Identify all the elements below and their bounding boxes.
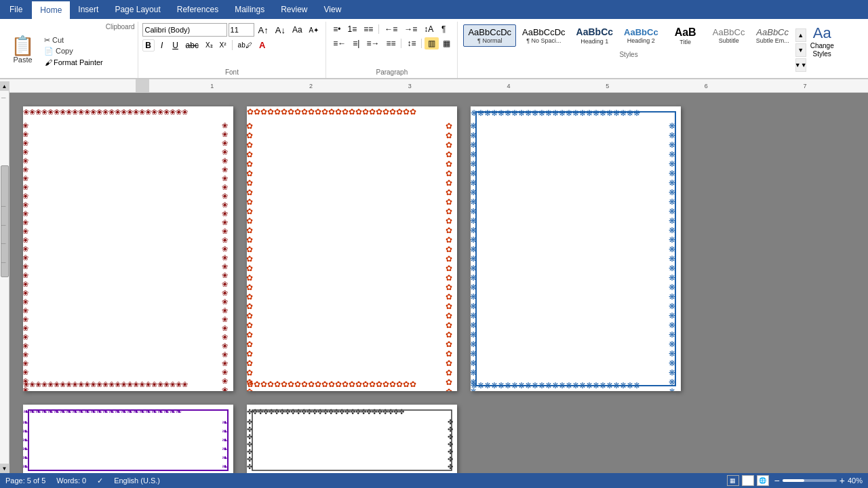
increase-indent-button[interactable]: →≡ <box>401 23 420 35</box>
zoom-level: 40% <box>848 476 863 485</box>
shrink-font-button[interactable]: A↓ <box>273 24 288 37</box>
bold-button[interactable]: B <box>142 39 155 52</box>
scroll-up-button[interactable]: ▲ <box>0 81 9 91</box>
change-styles-label: ChangeStyles <box>810 42 834 58</box>
subscript-button[interactable]: X₂ <box>203 40 216 50</box>
font-color-button[interactable]: A <box>256 39 269 52</box>
align-left-button[interactable]: ≡← <box>330 37 349 49</box>
svg-text:❀❀❀❀❀❀❀❀❀❀❀❀❀❀❀❀❀❀❀❀❀❀❀❀❀❀❀❀❀❀: ❀❀❀❀❀❀❀❀❀❀❀❀❀❀❀❀❀❀❀❀❀❀❀❀❀❀❀❀❀❀❀❀ <box>221 121 229 391</box>
tab-file[interactable]: File <box>0 0 32 19</box>
scroll-down-button[interactable]: ▼ <box>0 464 9 473</box>
tab-references[interactable]: References <box>169 0 226 19</box>
borders-button[interactable]: ▦ <box>440 37 453 49</box>
style-title[interactable]: AaB Title <box>665 23 707 48</box>
italic-button[interactable]: I <box>156 39 168 52</box>
multilevel-button[interactable]: ≡≡ <box>361 23 376 35</box>
svg-text:❧❧❧❧❧❧❧❧❧❧❧❧❧❧❧❧❧❧❧❧❧❧❧❧❧❧: ❧❧❧❧❧❧❧❧❧❧❧❧❧❧❧❧❧❧❧❧❧❧❧❧❧❧ <box>23 407 182 415</box>
tab-insert[interactable]: Insert <box>70 0 106 19</box>
superscript-button[interactable]: X² <box>217 40 229 50</box>
zoom-out-button[interactable]: − <box>774 475 780 486</box>
tab-home[interactable]: Home <box>32 0 70 19</box>
document-page-4: ❧❧❧❧❧❧❧❧❧❧❧❧❧❧❧❧❧❧❧❧❧❧❧❧❧❧ ❧❧❧❧❧❧❧ ❧❧❧❧❧… <box>23 405 233 476</box>
font-size-input[interactable] <box>229 23 254 37</box>
paragraph-group: ≡• 1≡ ≡≡ ←≡ →≡ ↕A ¶ ≡← ≡| ≡→ ≡≡ ↕≡ <box>326 22 458 78</box>
clipboard-group: 📋 Paste ✂ Cut 📄 Copy 🖌 Format Painter <box>3 22 138 78</box>
tab-review[interactable]: Review <box>273 0 315 19</box>
justify-button[interactable]: ≡≡ <box>383 37 398 49</box>
para-divider3 <box>421 39 422 48</box>
tab-mailings[interactable]: Mailings <box>226 0 273 19</box>
style-no-spacing[interactable]: AaBbCcDc ¶ No Spaci... <box>517 24 570 47</box>
page-info: Page: 5 of 5 <box>5 476 45 485</box>
numbering-button[interactable]: 1≡ <box>344 23 359 35</box>
style-normal-preview: AaBbCcDc <box>468 27 511 38</box>
zoom-in-button[interactable]: + <box>840 475 845 486</box>
svg-text:❋❋❋❋❋❋❋❋❋❋❋❋❋❋❋❋❋❋❋❋❋❋❋❋❋❋❋❋❋: ❋❋❋❋❋❋❋❋❋❋❋❋❋❋❋❋❋❋❋❋❋❋❋❋❋❋❋❋❋ <box>471 121 478 391</box>
print-layout-view-button[interactable]: ▦ <box>727 475 739 486</box>
align-right-button[interactable]: ≡→ <box>363 37 382 49</box>
style-subtle-em[interactable]: AaBbCc Subtle Em... <box>751 24 794 47</box>
ribbon-tab-bar: File Home Insert Page Layout References … <box>0 0 868 19</box>
show-hide-button[interactable]: ¶ <box>437 23 450 35</box>
full-screen-view-button[interactable]: ⊞ <box>742 475 754 486</box>
style-heading1[interactable]: AaBbCc Heading 1 <box>572 24 618 47</box>
paste-button[interactable]: 📋 Paste <box>5 34 40 66</box>
para-divider2 <box>401 39 401 48</box>
sort-button[interactable]: ↕A <box>421 23 436 35</box>
vertical-scrollbar: ▲ ─ ─ ─ ─ ─ ▼ <box>0 81 9 473</box>
strikethrough-button[interactable]: abc <box>183 39 201 52</box>
document-page-5: ✤✤✤✤✤✤✤✤✤✤✤✤✤✤✤✤✤✤✤✤✤✤✤✤✤✤✤✤✤ ✤✤✤✤✤✤✤ ✤✤… <box>247 405 457 476</box>
document-page-2: ✿✿✿✿✿✿✿✿✿✿✿✿✿✿✿✿✿✿✿✿✿✿✿✿✿ ✿✿✿✿✿✿✿✿✿✿✿✿✿✿… <box>247 106 457 391</box>
svg-text:✿✿✿✿✿✿✿✿✿✿✿✿✿✿✿✿✿✿✿✿✿✿✿✿✿: ✿✿✿✿✿✿✿✿✿✿✿✿✿✿✿✿✿✿✿✿✿✿✿✿✿ <box>247 107 416 117</box>
ribbon: File Home Insert Page Layout References … <box>0 0 868 79</box>
ruler-left-marker <box>136 79 149 92</box>
svg-text:❀❀❀❀❀❀❀❀❀❀❀❀❀❀❀❀❀❀❀❀❀❀❀❀❀❀❀: ❀❀❀❀❀❀❀❀❀❀❀❀❀❀❀❀❀❀❀❀❀❀❀❀❀❀❀ <box>23 380 188 388</box>
font-family-input[interactable] <box>142 23 227 37</box>
view-buttons: ▦ ⊞ 🌐 <box>727 475 769 486</box>
svg-text:✿✿✿✿✿✿✿✿✿✿✿✿✿✿✿✿✿✿✿✿✿✿✿✿✿: ✿✿✿✿✿✿✿✿✿✿✿✿✿✿✿✿✿✿✿✿✿✿✿✿✿ <box>247 380 416 389</box>
svg-text:✿✿✿✿✿✿✿✿✿✿✿✿✿✿✿✿✿✿✿✿✿✿✿✿✿✿✿✿✿✿: ✿✿✿✿✿✿✿✿✿✿✿✿✿✿✿✿✿✿✿✿✿✿✿✿✿✿✿✿✿✿ <box>444 121 454 391</box>
decrease-indent-button[interactable]: ←≡ <box>382 23 400 35</box>
zoom-slider[interactable] <box>783 479 837 482</box>
align-center-button[interactable]: ≡| <box>350 37 362 49</box>
styles-group: AaBbCcDc ¶ Normal AaBbCcDc ¶ No Spaci...… <box>458 22 842 78</box>
scroll-track[interactable]: ─ ─ ─ ─ ─ <box>0 91 9 464</box>
grow-font-button[interactable]: A↑ <box>256 24 271 37</box>
style-heading2-preview: AaBbCc <box>624 27 658 38</box>
cut-button[interactable]: ✂ Cut <box>42 35 106 45</box>
line-spacing-button[interactable]: ↕≡ <box>404 37 418 49</box>
copy-button[interactable]: 📄 Copy <box>42 46 106 56</box>
underline-button[interactable]: U <box>170 39 182 52</box>
styles-scroll-up[interactable]: ▲ <box>795 28 806 42</box>
style-heading1-label: Heading 1 <box>580 38 608 45</box>
web-view-button[interactable]: 🌐 <box>757 475 769 486</box>
svg-text:❧❧❧❧❧❧❧: ❧❧❧❧❧❧❧ <box>23 418 30 476</box>
change-styles-button[interactable]: Aa ChangeStyles <box>806 22 838 78</box>
bullets-button[interactable]: ≡• <box>330 23 343 35</box>
tab-view[interactable]: View <box>316 0 350 19</box>
spell-check-icon: ✓ <box>97 476 103 485</box>
style-subtle-em-label: Subtle Em... <box>756 37 789 44</box>
style-no-spacing-preview: AaBbCcDc <box>522 27 566 38</box>
style-subtitle-label: Subtitle <box>719 37 739 44</box>
styles-expand[interactable]: ▼▼ <box>795 58 806 72</box>
language: English (U.S.) <box>114 476 160 485</box>
page3-border-svg: ❋❋❋❋❋❋❋❋❋❋❋❋❋❋❋❋❋❋❋❋❋❋❋❋❋ ❋❋❋❋❋❋❋❋❋❋❋❋❋❋… <box>471 106 681 391</box>
style-subtitle-preview: AaBbCc <box>713 27 745 38</box>
svg-text:❀❀❀❀❀❀❀❀❀❀❀❀❀❀❀❀❀❀❀❀❀❀❀❀❀❀❀❀❀❀: ❀❀❀❀❀❀❀❀❀❀❀❀❀❀❀❀❀❀❀❀❀❀❀❀❀❀❀❀❀❀❀❀ <box>23 121 30 391</box>
style-subtitle[interactable]: AaBbCc Subtitle <box>708 24 750 47</box>
svg-text:✤✤✤✤✤✤✤: ✤✤✤✤✤✤✤ <box>247 418 254 470</box>
tab-page-layout[interactable]: Page Layout <box>106 0 168 19</box>
font-row-1: A↑ A↓ Aa A✦ <box>142 23 322 37</box>
text-effects-button[interactable]: A✦ <box>307 25 322 35</box>
highlight-button[interactable]: ab🖊 <box>235 40 255 50</box>
clear-format-button[interactable]: Aa <box>290 24 305 36</box>
shading-button[interactable]: ▥ <box>425 37 439 49</box>
format-painter-button[interactable]: 🖌 Format Painter <box>42 57 106 68</box>
style-heading2[interactable]: AaBbCc Heading 2 <box>619 24 663 47</box>
style-normal[interactable]: AaBbCcDc ¶ Normal <box>463 24 516 47</box>
status-bar: Page: 5 of 5 Words: 0 ✓ English (U.S.) ▦… <box>0 473 868 488</box>
styles-scroll-down[interactable]: ▼ <box>795 43 806 57</box>
font-group: A↑ A↓ Aa A✦ B I U abc X₂ X² ab🖊 A Font <box>138 22 327 78</box>
style-title-preview: AaB <box>675 26 696 39</box>
